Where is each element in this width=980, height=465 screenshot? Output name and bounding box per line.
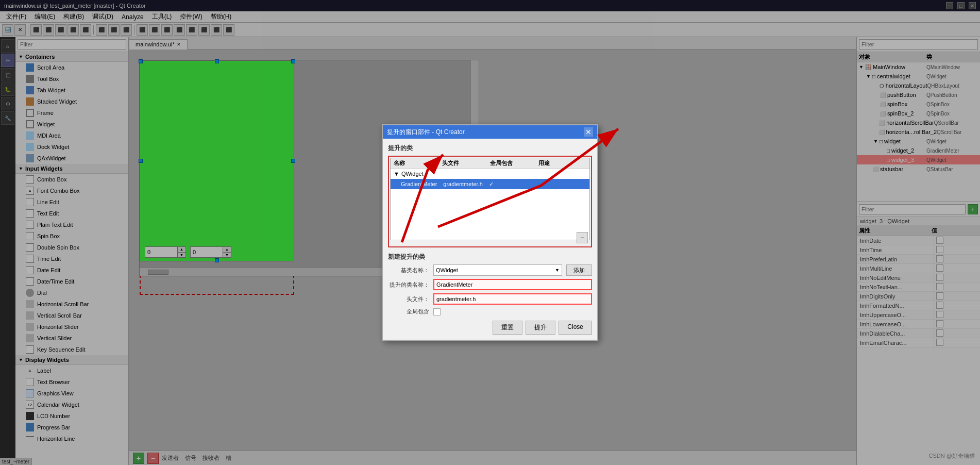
dialog-baseclass-value: QWidget (436, 267, 458, 273)
dialog-baseclass-label: 基类名称： (388, 267, 429, 274)
col-name: 名称 (394, 159, 442, 167)
dialog-globalinclude-row: 全局包含 (388, 308, 592, 315)
dialog-buttons: 重置 提升 Close (388, 321, 592, 335)
dialog-title: 提升的窗口部件 - Qt Creator (387, 128, 465, 137)
dialog-close-btn[interactable]: ✕ (584, 127, 593, 137)
dialog-baseclass-arrow: ▼ (555, 268, 560, 273)
dialog-tree-gradientmeter[interactable]: GradientMeter gradientmeter.h ✓ (391, 179, 589, 189)
dialog-add-btn[interactable]: 添加 (566, 264, 592, 276)
dialog-close-dialog-btn[interactable]: Close (559, 321, 592, 335)
dialog-baseclass-select[interactable]: QWidget ▼ (433, 264, 562, 276)
qwidget-arrow: ▼ (394, 171, 399, 177)
gradientmeter-check: ✓ (489, 181, 494, 188)
dialog-section1-label: 提升的类 (388, 144, 592, 153)
dialog-table-container: 名称 头文件 全局包含 用途 ▼ QWidget GradientMeter g… (388, 156, 592, 247)
dialog-headerfile-label: 头文件： (388, 295, 429, 303)
dialog-body: 提升的类 名称 头文件 全局包含 用途 ▼ QWidget Gradien (383, 139, 597, 340)
col-usage: 用途 (538, 159, 587, 167)
dialog-baseclass-row: 基类名称： QWidget ▼ 添加 (388, 264, 592, 276)
dialog-globalinclude-label: 全局包含 (388, 308, 429, 315)
dialog-globalinclude-checkbox[interactable] (433, 308, 441, 315)
dialog-table-header: 名称 头文件 全局包含 用途 (391, 158, 589, 169)
qwidget-label: QWidget (401, 171, 424, 177)
dialog-headerfile-row: 头文件： (388, 293, 592, 305)
dialog-reset-btn[interactable]: 重置 (493, 321, 522, 335)
dialog-tree-qwidget[interactable]: ▼ QWidget (391, 169, 589, 179)
gradientmeter-label: GradientMeter (401, 181, 437, 187)
dialog-form: 基类名称： QWidget ▼ 添加 提升的类名称： 头文件： (388, 264, 592, 315)
dialog-classname-input[interactable] (433, 279, 592, 290)
dialog-section2-label: 新建提升的类 (388, 253, 592, 261)
col-header: 头文件 (442, 159, 491, 167)
promote-dialog: 提升的窗口部件 - Qt Creator ✕ 提升的类 名称 头文件 全局包含 … (382, 124, 598, 341)
dialog-titlebar: 提升的窗口部件 - Qt Creator ✕ (383, 125, 597, 139)
gradientmeter-header: gradientmeter.h (443, 181, 482, 187)
dialog-classname-row: 提升的类名称： (388, 279, 592, 290)
col-global: 全局包含 (490, 159, 538, 167)
dialog-classname-label: 提升的类名称： (388, 281, 429, 289)
dialog-promote-btn[interactable]: 提升 (526, 321, 555, 335)
dialog-overlay: 提升的窗口部件 - Qt Creator ✕ 提升的类 名称 头文件 全局包含 … (0, 0, 980, 465)
dialog-table: 名称 头文件 全局包含 用途 ▼ QWidget GradientMeter g… (390, 158, 590, 240)
dialog-table-minus-btn[interactable]: − (577, 232, 588, 243)
dialog-headerfile-input[interactable] (433, 293, 592, 305)
